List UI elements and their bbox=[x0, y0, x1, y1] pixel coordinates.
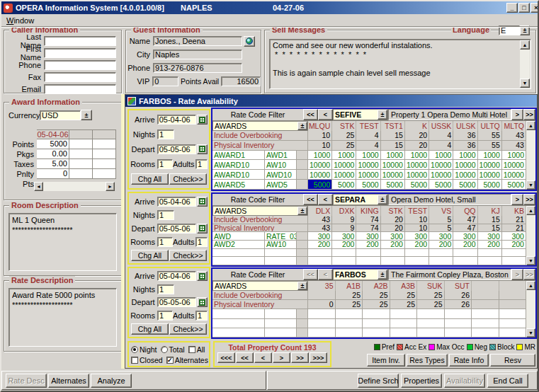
rate-cell[interactable]: 5000 bbox=[502, 180, 526, 190]
calendar-button[interactable] bbox=[197, 115, 208, 125]
rate-cell[interactable]: 300 bbox=[308, 232, 332, 241]
rooms-input[interactable]: 1 bbox=[157, 311, 173, 321]
check-button[interactable]: Check>> bbox=[169, 250, 207, 261]
rate-cell[interactable]: 1000 bbox=[332, 151, 356, 161]
rate-code[interactable]: AWARD10 bbox=[212, 170, 265, 180]
alternates-button[interactable]: Alternates bbox=[48, 374, 89, 388]
arrive-date-input[interactable]: 05-04-06 bbox=[157, 271, 196, 281]
property-first-button[interactable]: << bbox=[303, 269, 318, 280]
scroll-right-icon[interactable]: ► bbox=[106, 182, 115, 191]
caller-phone-input[interactable] bbox=[44, 60, 116, 70]
property-prev-button[interactable]: < bbox=[318, 269, 333, 280]
property-code-select[interactable]: SEPARA± bbox=[333, 194, 388, 205]
points-avail-field[interactable]: 16500 bbox=[221, 76, 261, 86]
scroll-down-icon[interactable]: ▼ bbox=[526, 328, 535, 338]
close-button[interactable]: × bbox=[531, 3, 538, 13]
guest-phone-field[interactable]: 913-276-0876 bbox=[153, 63, 242, 73]
calendar-button[interactable] bbox=[197, 144, 208, 154]
caller-first-name-input[interactable] bbox=[44, 48, 116, 58]
rooms-input[interactable]: 1 bbox=[157, 237, 173, 247]
arrive-date-input[interactable]: 05-04-06 bbox=[157, 115, 196, 125]
dropdown-icon[interactable]: ± bbox=[297, 207, 307, 215]
guest-city-field[interactable]: Naples bbox=[153, 50, 242, 59]
caller-email-input[interactable] bbox=[44, 84, 116, 94]
rate-cell[interactable]: 10000 bbox=[332, 170, 356, 180]
page-first-button[interactable]: <<< bbox=[217, 352, 235, 363]
rate-cell[interactable]: 10000 bbox=[429, 160, 453, 170]
calendar-button[interactable] bbox=[197, 224, 208, 234]
rate-code[interactable]: AWARD1 bbox=[212, 151, 265, 161]
rate-cell[interactable]: 1000 bbox=[405, 151, 429, 161]
property-last-button[interactable]: >> bbox=[523, 194, 535, 205]
rate-cell[interactable]: 200 bbox=[332, 241, 356, 249]
page-fastprev-button[interactable]: << bbox=[236, 352, 254, 363]
rate-cell[interactable]: 10000 bbox=[478, 170, 502, 180]
rate-cell[interactable]: 300 bbox=[478, 232, 502, 241]
closed-checkbox[interactable] bbox=[131, 357, 138, 364]
rate-cell[interactable]: 300 bbox=[381, 232, 405, 241]
rate-cell[interactable]: 300 bbox=[356, 232, 380, 241]
rate-info-button[interactable]: Rate Info bbox=[449, 354, 489, 367]
depart-date-input[interactable]: 05-05-06 bbox=[157, 144, 196, 154]
rate-cell[interactable]: 10000 bbox=[405, 160, 429, 170]
property-code-select[interactable]: SEFIVE± bbox=[333, 109, 388, 120]
caller-fax-input[interactable] bbox=[44, 72, 116, 82]
rate-cell[interactable]: 300 bbox=[405, 232, 429, 241]
rate-filter-select[interactable]: AWARDS± bbox=[212, 121, 308, 131]
sell-scrollbar[interactable]: ▲ ▼ bbox=[520, 40, 530, 88]
property-last-button[interactable]: >> bbox=[523, 109, 535, 120]
scroll-down-icon[interactable]: ▼ bbox=[526, 256, 535, 265]
rate-cell[interactable]: 1000 bbox=[429, 151, 453, 161]
property-prev-button[interactable]: < bbox=[318, 194, 333, 205]
rate-cell[interactable]: 5000 bbox=[405, 180, 429, 190]
rate-code[interactable]: AWD bbox=[212, 232, 265, 241]
scroll-up-icon[interactable]: ▲ bbox=[526, 206, 535, 215]
rate-cell[interactable]: 10000 bbox=[356, 170, 380, 180]
night-radio[interactable] bbox=[131, 346, 138, 353]
rate-cell[interactable]: 10000 bbox=[502, 170, 526, 180]
sell-message-text[interactable]: Come and see our new wonderful instalati… bbox=[269, 39, 531, 89]
rate-cell[interactable]: 10000 bbox=[405, 170, 429, 180]
rate-cell[interactable]: 5000 bbox=[332, 180, 356, 190]
dropdown-icon[interactable]: ± bbox=[378, 110, 387, 120]
rate-cell[interactable]: 5000 bbox=[381, 180, 405, 190]
page-last-button[interactable]: >>> bbox=[310, 352, 327, 363]
rate-cell[interactable]: 10000 bbox=[356, 160, 380, 170]
rate-cell[interactable]: 1000 bbox=[502, 151, 526, 161]
rate-cell[interactable]: 10000 bbox=[332, 160, 356, 170]
depart-date-input[interactable]: 05-05-06 bbox=[157, 297, 196, 307]
properties-button[interactable]: Properties bbox=[401, 374, 442, 388]
rate-cell[interactable]: 1000 bbox=[381, 151, 405, 161]
analyze-button[interactable]: Analyze bbox=[91, 374, 132, 388]
total-radio[interactable] bbox=[161, 346, 168, 353]
scroll-left-icon[interactable]: ◄ bbox=[34, 182, 43, 191]
rate-cell[interactable]: 5000 bbox=[356, 180, 380, 190]
rate-cell[interactable]: 5000 bbox=[478, 180, 502, 190]
property-code-select[interactable]: FARBOS± bbox=[333, 269, 388, 280]
page-next-button[interactable]: > bbox=[273, 352, 290, 363]
property-last-button[interactable]: >> bbox=[523, 269, 535, 280]
all-checkbox[interactable] bbox=[188, 346, 195, 353]
rate-cell[interactable]: 1000 bbox=[453, 151, 477, 161]
vertical-scrollbar[interactable]: ▲▼ bbox=[526, 121, 535, 190]
page-prev-button[interactable]: < bbox=[254, 352, 272, 363]
nights-input[interactable]: 1 bbox=[157, 210, 174, 220]
rate-code[interactable]: AWARD5 bbox=[212, 180, 265, 190]
rate-cell[interactable]: 10000 bbox=[453, 160, 477, 170]
vertical-scrollbar[interactable]: ▲▼ bbox=[526, 206, 535, 265]
rate-cell[interactable]: 200 bbox=[356, 241, 380, 249]
res-types-button[interactable]: Res Types bbox=[407, 354, 448, 367]
calendar-button[interactable] bbox=[197, 271, 208, 281]
arrive-date-input[interactable]: 05-04-06 bbox=[157, 197, 196, 207]
maximize-button[interactable]: □ bbox=[518, 3, 530, 13]
item-inv--button[interactable]: Item Inv. bbox=[367, 354, 405, 367]
rate-cell[interactable]: 10000 bbox=[453, 170, 477, 180]
rate-cell[interactable]: 200 bbox=[381, 241, 405, 249]
adults-input[interactable]: 1 bbox=[195, 311, 208, 321]
scroll-down-icon[interactable]: ▼ bbox=[526, 180, 535, 190]
scroll-up-icon[interactable]: ▲ bbox=[526, 121, 535, 130]
property-next-button[interactable]: > bbox=[511, 194, 523, 205]
adults-input[interactable]: 1 bbox=[195, 237, 208, 247]
check-button[interactable]: Check>> bbox=[169, 173, 207, 185]
property-prev-button[interactable]: < bbox=[318, 109, 333, 120]
